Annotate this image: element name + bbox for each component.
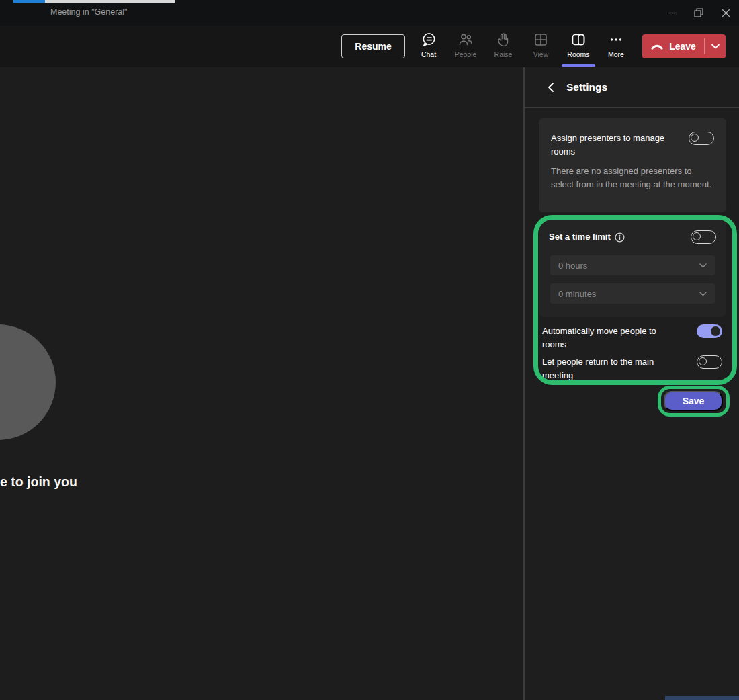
- settings-header: Settings: [525, 67, 739, 107]
- chevron-down-icon: [711, 44, 720, 49]
- assign-presenters-label: Assign presenters to manage rooms: [551, 132, 677, 159]
- time-limit-label: Set a time limit: [549, 230, 611, 244]
- chevron-down-icon: [699, 292, 707, 296]
- rooms-settings-panel: Settings Assign presenters to manage roo…: [524, 67, 739, 700]
- toolbar-item-rooms[interactable]: Rooms: [562, 31, 595, 63]
- chat-icon: [420, 31, 437, 48]
- toolbar-item-label: Rooms: [567, 50, 589, 58]
- save-button[interactable]: Save: [664, 391, 723, 411]
- more-dots-icon: [607, 31, 625, 48]
- tab-accent-light: [45, 0, 175, 3]
- time-limit-card: Set a time limit 0 hours: [539, 218, 726, 317]
- chevron-down-icon: [699, 263, 707, 268]
- let-return-label: Let people return to the main meeting: [542, 355, 668, 382]
- toolbar-item-label: Chat: [421, 50, 436, 58]
- breakout-rooms-icon: [570, 31, 587, 48]
- hours-dropdown[interactable]: 0 hours: [550, 255, 715, 275]
- minutes-dropdown[interactable]: 0 minutes: [550, 283, 715, 304]
- waiting-text: e to join you: [0, 474, 77, 490]
- minimize-button[interactable]: [661, 0, 683, 26]
- auto-move-label: Automatically move people to rooms: [542, 324, 668, 351]
- toolbar-item-label: View: [533, 50, 549, 58]
- back-button[interactable]: [547, 82, 555, 93]
- header-divider: [525, 107, 739, 108]
- avatar: [0, 324, 56, 440]
- auto-move-toggle[interactable]: [697, 324, 722, 338]
- toolbar-item-label: Raise: [494, 50, 513, 58]
- let-return-row: Let people return to the main meeting: [542, 355, 722, 382]
- tab-accent-blue: [13, 0, 45, 3]
- rooms-active-indicator: [562, 64, 595, 67]
- titlebar: Meeting in "General": [0, 0, 739, 26]
- assign-presenters-description: There are no assigned presenters to sele…: [551, 165, 714, 191]
- toolbar-item-raise: Raise: [486, 31, 520, 63]
- auto-move-row: Automatically move people to rooms: [542, 324, 722, 351]
- window-title: Meeting in "General": [50, 7, 128, 17]
- close-icon: [722, 9, 730, 17]
- teams-meeting-window: Meeting in "General" Resume: [0, 0, 739, 700]
- close-button[interactable]: [715, 0, 736, 26]
- raise-hand-icon: [494, 31, 512, 48]
- toolbar-item-label: More: [608, 50, 624, 58]
- toolbar-item-chat[interactable]: Chat: [412, 31, 445, 63]
- meeting-toolbar: Resume Chat People: [0, 26, 739, 67]
- meeting-stage: e to join you: [0, 67, 524, 700]
- toolbar-item-label: People: [455, 50, 477, 58]
- grid-view-icon: [532, 31, 550, 48]
- minimize-icon: [668, 9, 677, 17]
- minutes-value: 0 minutes: [558, 289, 596, 299]
- leave-button[interactable]: Leave: [642, 34, 704, 58]
- assign-presenters-card: Assign presenters to manage rooms There …: [539, 118, 726, 212]
- settings-title: Settings: [566, 81, 607, 93]
- hang-up-icon: [650, 42, 664, 51]
- toolbar-item-view: View: [524, 31, 558, 63]
- time-limit-toggle[interactable]: [691, 230, 716, 244]
- info-icon[interactable]: [615, 232, 625, 243]
- hours-value: 0 hours: [558, 261, 587, 271]
- toolbar-item-people: People: [449, 31, 482, 63]
- background-window-edge: [665, 696, 739, 700]
- leave-button-label: Leave: [669, 41, 696, 52]
- people-icon: [457, 31, 474, 48]
- toolbar-item-more[interactable]: More: [599, 31, 633, 63]
- restore-button[interactable]: [688, 0, 709, 26]
- let-return-toggle[interactable]: [697, 355, 722, 369]
- leave-options-button[interactable]: [705, 34, 726, 58]
- leave-button-group: Leave: [642, 34, 726, 58]
- resume-button[interactable]: Resume: [341, 34, 405, 58]
- restore-icon: [694, 8, 703, 17]
- assign-presenters-toggle[interactable]: [689, 132, 714, 145]
